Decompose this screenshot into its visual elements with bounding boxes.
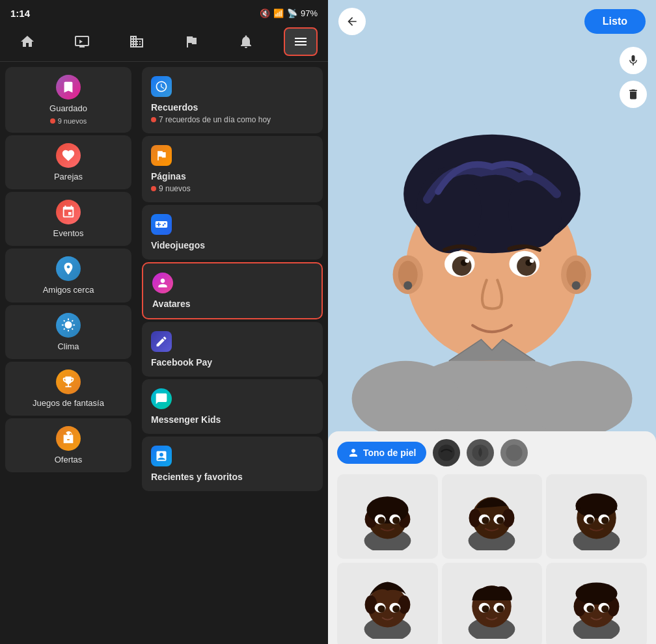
avatar-option-1[interactable] [337, 474, 438, 559]
recuerdos-sub: 7 recuerdos de un día como hoy [151, 115, 314, 124]
recuerdos-icon [151, 76, 172, 97]
nav-bell[interactable] [229, 27, 263, 56]
guardado-dot [50, 118, 55, 124]
skin-tone-label: Tono de piel [363, 448, 416, 458]
avatar-option-5[interactable] [442, 563, 543, 644]
status-bar: 1:14 🔇 📶 📡 97% [0, 0, 328, 23]
left-panel: 1:14 🔇 📶 📡 97% [0, 0, 328, 644]
skin-tone-hair-dark[interactable] [433, 439, 460, 466]
svg-point-55 [364, 595, 377, 613]
juegos-fantasia-label: Juegos de fantasía [33, 398, 104, 408]
mute-icon: 🔇 [260, 8, 270, 18]
avatar-preview [328, 43, 656, 431]
eventos-icon [56, 200, 81, 224]
clima-label: Clima [57, 342, 79, 351]
avatar-grid [337, 474, 647, 644]
svg-point-11 [572, 281, 581, 289]
menu-juegos-fantasia[interactable]: Juegos de fantasía [5, 362, 131, 416]
svg-point-50 [587, 517, 594, 524]
svg-point-60 [392, 606, 400, 613]
avatar-bottom: Tono de piel [328, 431, 656, 644]
avatar-header: Listo [328, 0, 656, 43]
signal-icon: 📡 [287, 8, 297, 18]
avatar-option-2[interactable] [442, 474, 543, 559]
messenger-kids-icon [151, 388, 172, 409]
avatar-option-3[interactable] [546, 474, 647, 559]
paginas-badge: 9 nuevos [151, 184, 314, 193]
wifi-icon: 📶 [273, 8, 284, 18]
nav-menu[interactable] [284, 27, 318, 56]
juegos-fantasia-icon [56, 369, 81, 394]
svg-point-33 [377, 517, 385, 524]
microphone-button[interactable] [620, 47, 647, 74]
right-menu-paginas[interactable]: Páginas 9 nuevos [142, 136, 323, 202]
nav-flag[interactable] [174, 27, 208, 56]
svg-point-67 [497, 606, 504, 613]
videojuegos-icon [151, 214, 172, 235]
svg-point-8 [403, 281, 412, 289]
delete-button[interactable] [620, 81, 647, 108]
svg-point-51 [601, 517, 608, 524]
svg-point-19 [530, 258, 534, 263]
messenger-kids-label: Messenger Kids [151, 414, 314, 425]
paginas-icon [151, 145, 172, 166]
guardado-icon [56, 75, 81, 100]
svg-point-73 [576, 583, 618, 605]
menu-ofertas[interactable]: Ofertas [5, 418, 131, 472]
right-column: Recuerdos 7 recuerdos de un día como hoy… [137, 62, 328, 644]
recuerdos-sub-text: 7 recuerdos de un día como hoy [159, 115, 271, 124]
paginas-label: Páginas [151, 171, 314, 181]
parejas-label: Parejas [54, 172, 83, 181]
guardado-badge-text: 9 nuevos [58, 117, 87, 125]
ofertas-label: Ofertas [55, 455, 83, 464]
back-button[interactable] [338, 8, 366, 35]
eventos-label: Eventos [53, 228, 84, 238]
skin-tone-drop[interactable] [467, 439, 494, 466]
nav-store[interactable] [120, 27, 154, 56]
right-menu-recientes[interactable]: Recientes y favoritos [142, 436, 323, 491]
listo-button[interactable]: Listo [584, 9, 646, 34]
menu-eventos[interactable]: Eventos [5, 192, 131, 246]
guardado-label: Guardado [49, 103, 87, 113]
nav-home[interactable] [10, 27, 44, 56]
paginas-badge-text: 9 nuevos [159, 184, 191, 193]
skin-tone-medium[interactable] [500, 439, 528, 466]
recuerdos-dot [151, 117, 156, 122]
guardado-badge: 9 nuevos [50, 117, 87, 125]
status-time: 1:14 [10, 8, 30, 19]
svg-point-34 [392, 517, 400, 524]
side-actions [620, 47, 647, 108]
menu-guardado[interactable]: Guardado 9 nuevos [5, 67, 131, 133]
amigos-cerca-label: Amigos cerca [43, 285, 94, 295]
svg-point-18 [465, 258, 470, 263]
avatar-option-4[interactable] [337, 563, 438, 644]
right-menu-recuerdos[interactable]: Recuerdos 7 recuerdos de un día como hoy [142, 67, 323, 133]
right-panel: Listo [328, 0, 656, 644]
skin-tone-bar: Tono de piel [337, 439, 647, 466]
ofertas-icon [56, 426, 81, 451]
facebook-pay-icon [151, 331, 172, 352]
right-menu-videojuegos[interactable]: Videojuegos [142, 205, 323, 260]
svg-point-66 [482, 606, 489, 613]
svg-point-22 [439, 444, 455, 461]
right-menu-avatares[interactable]: Avatares [142, 262, 323, 319]
svg-point-5 [508, 172, 562, 248]
right-menu-messenger-kids[interactable]: Messenger Kids [142, 379, 323, 434]
parejas-icon [56, 143, 81, 168]
videojuegos-label: Videojuegos [151, 240, 314, 250]
svg-point-42 [482, 517, 489, 524]
recientes-icon [151, 446, 172, 466]
avatar-option-6[interactable] [546, 563, 647, 644]
status-icons: 🔇 📶 📡 97% [260, 8, 318, 18]
recientes-label: Recientes y favoritos [151, 472, 314, 482]
menu-parejas[interactable]: Parejas [5, 135, 131, 189]
svg-point-24 [506, 444, 523, 461]
menu-clima[interactable]: Clima [5, 305, 131, 359]
menu-amigos-cerca[interactable]: Amigos cerca [5, 248, 131, 302]
right-menu-facebook-pay[interactable]: Facebook Pay [142, 322, 323, 377]
paginas-dot [151, 186, 156, 191]
svg-point-30 [366, 496, 408, 524]
skin-tone-button[interactable]: Tono de piel [337, 442, 426, 464]
recuerdos-label: Recuerdos [151, 102, 314, 113]
nav-play[interactable] [65, 27, 99, 56]
